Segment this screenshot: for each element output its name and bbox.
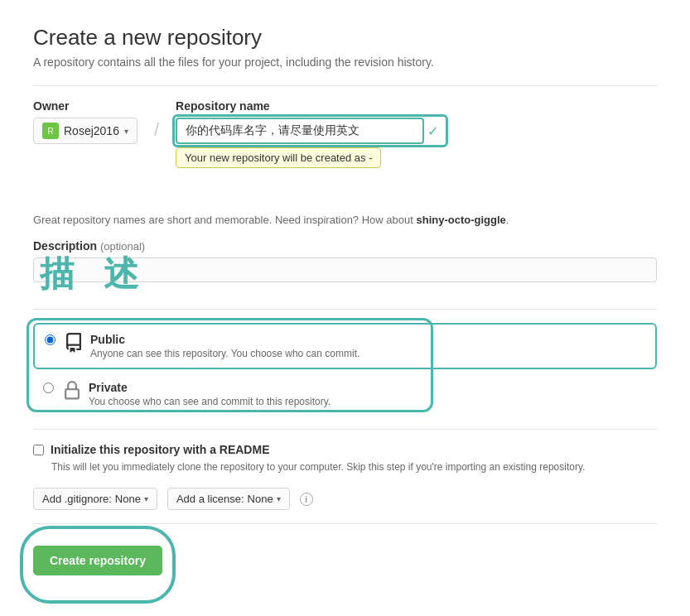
page-title: Create a new repository — [33, 25, 657, 51]
description-input[interactable] — [33, 257, 657, 282]
private-title: Private — [89, 381, 647, 394]
description-optional: (optional) — [100, 240, 145, 253]
owner-select[interactable]: R Rosej2016 ▾ — [33, 118, 138, 144]
suggested-name: shiny-octo-giggle — [416, 214, 505, 226]
owner-name: Rosej2016 — [64, 124, 119, 137]
private-text: Private You choose who can see and commi… — [89, 381, 647, 407]
visibility-group: Public Anyone can see this repository. Y… — [33, 323, 657, 416]
owner-group: Owner R Rosej2016 ▾ — [33, 99, 138, 144]
name-hint: Great repository names are short and mem… — [33, 214, 657, 226]
license-value: None — [248, 493, 273, 505]
slash-separator: / — [154, 119, 159, 141]
divider-after-visibility — [33, 429, 657, 430]
page-subtitle: A repository contains all the files for … — [33, 55, 657, 69]
create-repository-button[interactable]: Create repository — [33, 546, 162, 575]
owner-label: Owner — [33, 99, 138, 113]
description-label: Description (optional) — [33, 239, 657, 253]
divider-before-create — [33, 523, 657, 524]
info-icon[interactable]: i — [300, 493, 313, 506]
owner-dropdown-arrow: ▾ — [124, 127, 128, 136]
init-readme-checkbox[interactable] — [33, 445, 44, 455]
public-radio[interactable] — [45, 334, 55, 345]
init-readme-strong: Initialize this repository with a README — [51, 443, 269, 456]
license-label: Add a license: — [176, 493, 244, 505]
gitignore-row: Add .gitignore: None ▾ Add a license: No… — [33, 488, 657, 510]
divider-after-description — [33, 309, 657, 310]
private-radio[interactable] — [43, 383, 54, 393]
readme-row: Initialize this repository with a README — [33, 443, 657, 456]
public-text: Public Anyone can see this repository. Y… — [90, 333, 645, 359]
private-desc: You choose who can see and commit to thi… — [89, 396, 647, 407]
tooltip-bubble: Your new repository will be created as - — [176, 147, 381, 168]
public-title: Public — [90, 333, 645, 346]
repo-name-wrapper: ✓ Your new repository will be created as… — [176, 118, 438, 144]
book-icon — [64, 333, 84, 353]
lock-icon — [62, 381, 82, 401]
init-readme-desc: This will let you immediately clone the … — [51, 460, 657, 474]
public-option[interactable]: Public Anyone can see this repository. Y… — [33, 323, 657, 369]
license-arrow-icon: ▾ — [277, 494, 281, 503]
repo-name-group: Repository name ✓ Your new repository wi… — [176, 99, 438, 144]
public-desc: Anyone can see this repository. You choo… — [90, 348, 645, 359]
license-dropdown[interactable]: Add a license: None ▾ — [167, 488, 290, 510]
check-mark-icon: ✓ — [427, 123, 438, 139]
description-group: Description (optional) 描 述 — [33, 239, 657, 296]
repo-name-label: Repository name — [176, 99, 438, 113]
readme-section: Initialize this repository with a README… — [33, 443, 657, 474]
gitignore-label: Add .gitignore: — [42, 493, 112, 505]
gitignore-value: None — [115, 493, 141, 505]
init-readme-label[interactable]: Initialize this repository with a README — [51, 443, 269, 456]
description-input-wrapper: 描 述 — [33, 257, 657, 296]
owner-avatar: R — [42, 123, 59, 139]
gitignore-arrow-icon: ▾ — [144, 494, 148, 503]
private-option[interactable]: Private You choose who can see and commi… — [33, 373, 657, 416]
divider-top — [33, 85, 657, 86]
repo-name-input[interactable] — [176, 118, 424, 144]
owner-repo-row: Owner R Rosej2016 ▾ / Repository name ✓ … — [33, 99, 657, 144]
create-button-wrapper: Create repository — [33, 537, 162, 592]
gitignore-dropdown[interactable]: Add .gitignore: None ▾ — [33, 488, 157, 510]
